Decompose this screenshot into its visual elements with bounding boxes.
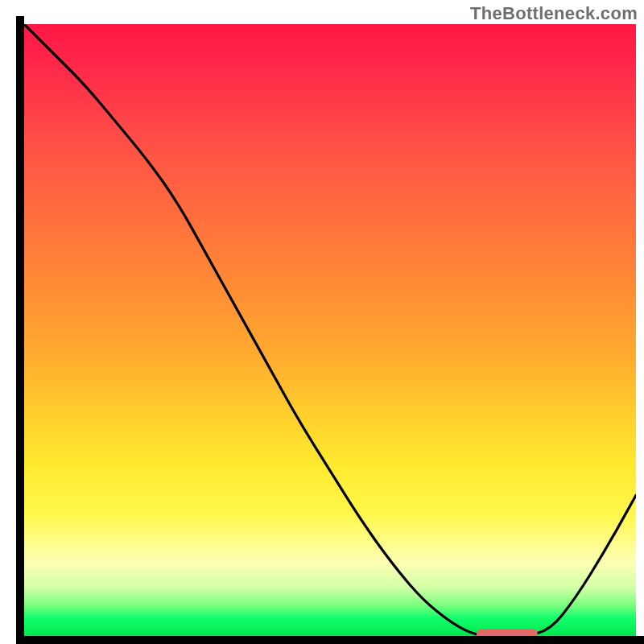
curve-svg — [24, 24, 636, 636]
plot-area — [24, 24, 636, 636]
attribution-label: TheBottleneck.com — [470, 3, 638, 24]
chart-container: TheBottleneck.com — [0, 0, 644, 644]
bottleneck-curve — [24, 24, 636, 636]
optimal-range-marker — [477, 629, 538, 636]
axis-x — [16, 636, 644, 644]
axis-y — [16, 16, 24, 636]
